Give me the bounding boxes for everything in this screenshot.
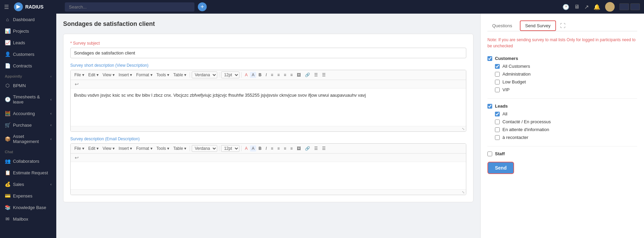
rte-list-btn[interactable]: ☰: [312, 72, 320, 78]
sidebar-item-timesheets[interactable]: 🕐 Timesheets & leave ‹: [0, 91, 56, 108]
window-btn-2[interactable]: [630, 3, 640, 10]
rte-align-center-btn[interactable]: ≡: [276, 72, 281, 78]
survey-subject-label: * Survey subject: [70, 41, 466, 46]
rte2-size-select[interactable]: 12pt: [221, 145, 239, 152]
add-button[interactable]: +: [198, 2, 207, 11]
rte-align-left-btn[interactable]: ≡: [269, 72, 275, 78]
vip-checkbox[interactable]: [495, 88, 500, 92]
administration-checkbox[interactable]: [495, 72, 500, 77]
customers-checkbox[interactable]: [487, 56, 492, 61]
rte2-undo-btn[interactable]: ↩: [73, 154, 80, 161]
rte2-link-btn[interactable]: 🔗: [303, 145, 312, 152]
email-description-link[interactable]: (Email Description): [105, 137, 140, 141]
rte-size-select[interactable]: 12pt: [221, 72, 239, 78]
notification-icon[interactable]: 🔔: [594, 4, 600, 10]
low-budget-checkbox[interactable]: [495, 80, 500, 84]
sidebar-item-purchase[interactable]: 🛒 Purchase ‹: [0, 119, 56, 131]
rte2-bg-color-btn[interactable]: A: [250, 145, 256, 152]
tab-questions[interactable]: Questions: [487, 20, 517, 31]
sidebar-item-asset-management[interactable]: 📦 Asset Management ‹: [0, 131, 56, 147]
rte2-font-select[interactable]: Verdana: [192, 145, 217, 152]
send-button[interactable]: Send: [487, 162, 514, 174]
email-desc-body[interactable]: [71, 162, 466, 189]
rte2-list2-btn[interactable]: ☰: [320, 145, 327, 152]
sidebar-item-estimate-request[interactable]: 📋 Estimate Request: [0, 167, 56, 178]
rte2-align-justify-btn[interactable]: ≡: [289, 145, 294, 152]
rte2-italic-btn[interactable]: I: [264, 145, 268, 152]
customers-icon: 👤: [5, 51, 10, 57]
sidebar-item-knowledge-base[interactable]: 📚 Knowledge Base: [0, 202, 56, 213]
survey-subject-input[interactable]: [70, 48, 466, 58]
menu-icon[interactable]: ☰: [4, 4, 9, 10]
staff-checkbox[interactable]: [487, 152, 492, 156]
history-icon[interactable]: 🕐: [562, 4, 569, 10]
rte-undo-btn[interactable]: ↩: [73, 81, 80, 88]
rte-italic-btn[interactable]: I: [264, 72, 268, 78]
rte2-list-btn[interactable]: ☰: [312, 145, 320, 152]
rte-view-btn[interactable]: View ▾: [101, 72, 116, 78]
rte-format-btn[interactable]: Format ▾: [134, 72, 154, 78]
en-attente-checkbox[interactable]: [495, 127, 500, 132]
rte-align-right-btn[interactable]: ≡: [282, 72, 288, 78]
rte-align-justify-btn[interactable]: ≡: [289, 72, 294, 78]
rte-font-color-btn[interactable]: A: [243, 72, 249, 78]
sidebar-item-customers[interactable]: 👤 Customers: [0, 48, 56, 60]
monitor-icon[interactable]: 🖥: [574, 4, 580, 10]
rte-file-btn[interactable]: File ▾: [73, 72, 86, 78]
sidebar-item-accounting[interactable]: 🧮 Accounting ‹: [0, 108, 56, 119]
all-customers-checkbox[interactable]: [495, 64, 500, 69]
rte2-align-right-btn[interactable]: ≡: [282, 145, 288, 152]
rte2-view-btn[interactable]: View ▾: [101, 145, 116, 152]
share-icon[interactable]: ↗: [584, 4, 589, 10]
sidebar-item-expenses[interactable]: 💳 Expenses: [0, 190, 56, 202]
rte2-edit-btn[interactable]: Edit ▾: [87, 145, 100, 152]
staff-label: Staff: [495, 151, 505, 156]
rte-resize-handle[interactable]: ⤡: [71, 126, 466, 131]
rte2-bold-btn[interactable]: B: [257, 145, 263, 152]
rte2-align-center-btn[interactable]: ≡: [276, 145, 281, 152]
leads-checkbox[interactable]: [487, 104, 492, 109]
rte-list2-btn[interactable]: ☰: [320, 72, 327, 78]
sidebar-label-contracts: Contracts: [13, 63, 32, 68]
asset-chevron: ‹: [50, 137, 52, 141]
sidebar-item-contracts[interactable]: 📄 Contracts: [0, 60, 56, 72]
rte-link-btn[interactable]: 🔗: [303, 72, 312, 78]
rte-bold-btn[interactable]: B: [257, 72, 263, 78]
rte2-file-btn[interactable]: File ▾: [73, 145, 86, 152]
rte2-font-color-btn[interactable]: A: [243, 145, 249, 152]
app-body: ⌂ Dashboard 📊 Projects 📈 Leads 👤 Custome…: [0, 14, 644, 238]
rte-table-btn[interactable]: Table ▾: [172, 72, 188, 78]
rte2-image-btn[interactable]: 🖼: [295, 145, 303, 152]
resize-icon: ⤡: [462, 127, 465, 131]
rte2-format-btn[interactable]: Format ▾: [134, 145, 154, 152]
window-btn-1[interactable]: [619, 3, 629, 10]
sidebar-item-bpmn[interactable]: ⬡ BPMN: [0, 80, 56, 91]
appointly-chevron[interactable]: ‹: [50, 75, 52, 78]
rte2-resize-handle[interactable]: ⤡: [71, 189, 466, 195]
expand-icon[interactable]: ⛶: [560, 23, 566, 29]
search-input[interactable]: [65, 2, 194, 12]
sidebar-item-mailbox[interactable]: ✉ Mailbox: [0, 213, 56, 225]
sidebar-item-leads[interactable]: 📈 Leads: [0, 37, 56, 48]
rte-insert-btn[interactable]: Insert ▾: [117, 72, 134, 78]
rte2-align-left-btn[interactable]: ≡: [269, 145, 275, 152]
tab-send-survey[interactable]: Send Survey: [520, 20, 556, 31]
a-recontacter-checkbox[interactable]: [495, 135, 500, 140]
avatar[interactable]: [605, 2, 615, 12]
sidebar-item-projects[interactable]: 📊 Projects: [0, 25, 56, 37]
short-desc-body[interactable]: Bvsbu vsdvn jsvjsc ksic sc vnc lbv bibv …: [71, 89, 466, 126]
rte-font-select[interactable]: Verdana: [192, 72, 217, 78]
rte2-insert-btn[interactable]: Insert ▾: [117, 145, 134, 152]
sidebar-item-collaborators[interactable]: 👥 Collaborators: [0, 155, 56, 167]
sidebar-item-dashboard[interactable]: ⌂ Dashboard: [0, 14, 56, 25]
rte-edit-btn[interactable]: Edit ▾: [87, 72, 100, 78]
all-leads-checkbox[interactable]: [495, 112, 500, 116]
rte2-table-btn[interactable]: Table ▾: [172, 145, 188, 152]
view-description-link[interactable]: (View Description): [115, 63, 148, 68]
rte-image-btn[interactable]: 🖼: [295, 72, 303, 78]
sidebar-item-sales[interactable]: 💰 Sales ‹: [0, 178, 56, 190]
rte-bg-color-btn[interactable]: A: [250, 72, 256, 78]
contacte-checkbox[interactable]: [495, 120, 500, 124]
rte-tools-btn[interactable]: Tools ▾: [155, 72, 171, 78]
rte2-tools-btn[interactable]: Tools ▾: [155, 145, 171, 152]
